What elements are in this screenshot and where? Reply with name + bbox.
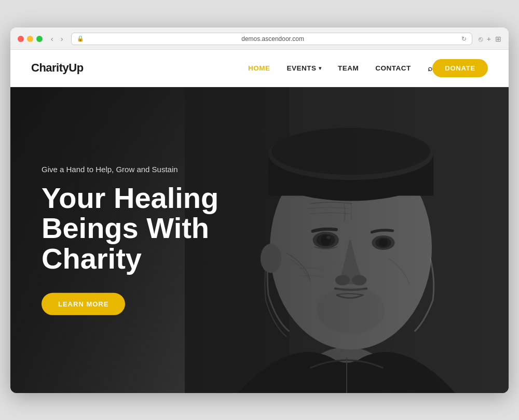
new-tab-icon[interactable]: + [487, 35, 491, 43]
nav-item-contact[interactable]: CONTACT [375, 64, 411, 72]
hero-title: Your Healing Beings With Charity [42, 183, 218, 274]
share-icon[interactable]: ⎋ [479, 35, 483, 43]
browser-controls: ‹ › [49, 34, 65, 44]
nav-menu: HOME EVENTS ▾ TEAM CONTACT ⌕ [248, 64, 432, 73]
address-bar[interactable]: 🔒 demos.ascendoor.com ↻ [71, 33, 472, 45]
donate-button[interactable]: DONATE [432, 59, 488, 77]
reload-icon[interactable]: ↻ [461, 35, 467, 43]
forward-button[interactable]: › [59, 34, 65, 44]
learn-more-button[interactable]: LEARN MORE [42, 293, 125, 315]
browser-chrome: ‹ › 🔒 demos.ascendoor.com ↻ ⎋ + ⊞ [10, 27, 509, 50]
grid-icon[interactable]: ⊞ [495, 35, 501, 43]
close-traffic-light[interactable] [18, 36, 24, 42]
hero-section: Give a Hand to Help, Grow and Sustain Yo… [10, 87, 509, 393]
hero-content: Give a Hand to Help, Grow and Sustain Yo… [42, 164, 218, 315]
maximize-traffic-light[interactable] [36, 36, 43, 42]
chevron-down-icon: ▾ [319, 65, 322, 71]
back-button[interactable]: ‹ [49, 34, 56, 44]
navigation: CharityUp HOME EVENTS ▾ TEAM CONTACT ⌕ D… [10, 50, 509, 87]
nav-item-team[interactable]: TEAM [338, 64, 359, 72]
url-text: demos.ascendoor.com [87, 35, 458, 43]
lock-icon: 🔒 [77, 35, 84, 42]
browser-actions: ⎋ + ⊞ [479, 35, 501, 43]
hero-subtitle: Give a Hand to Help, Grow and Sustain [42, 164, 218, 173]
traffic-lights [18, 36, 43, 42]
minimize-traffic-light[interactable] [27, 36, 33, 42]
browser-window: ‹ › 🔒 demos.ascendoor.com ↻ ⎋ + ⊞ Charit… [10, 27, 509, 393]
site-logo[interactable]: CharityUp [31, 61, 248, 75]
nav-item-events[interactable]: EVENTS ▾ [287, 64, 322, 72]
search-icon[interactable]: ⌕ [428, 64, 433, 73]
website: CharityUp HOME EVENTS ▾ TEAM CONTACT ⌕ D… [10, 50, 509, 393]
nav-item-home[interactable]: HOME [248, 64, 270, 72]
